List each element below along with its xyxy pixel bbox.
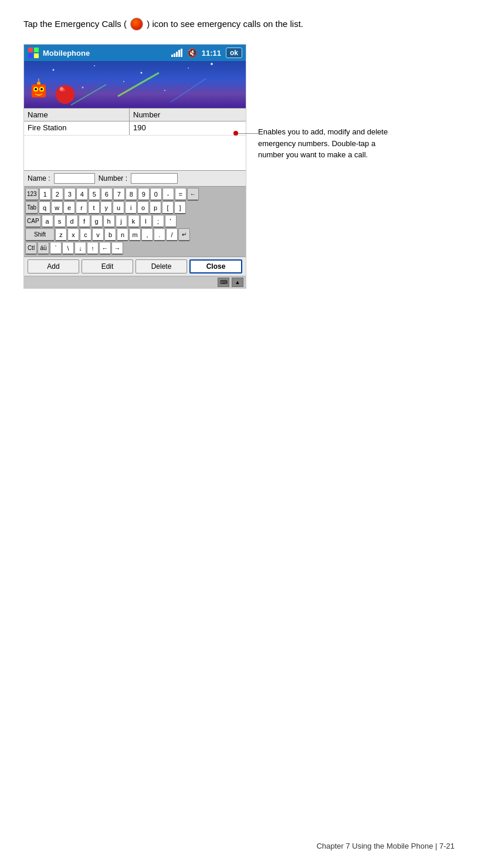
svg-point-9 — [123, 81, 124, 82]
key-arrow-right[interactable]: → — [111, 242, 123, 255]
key-open-bracket[interactable]: [ — [162, 201, 174, 214]
key-o[interactable]: o — [137, 201, 149, 214]
keyboard-row-2: Tab q w e r t y u i o p [ ] — [25, 201, 245, 214]
keyboard-toggle-icon[interactable]: ⌨ — [218, 278, 229, 287]
key-9[interactable]: 9 — [138, 188, 150, 201]
key-cap[interactable]: CAP — [25, 215, 41, 228]
annotation-connector-line — [238, 133, 259, 134]
key-123[interactable]: 123 — [25, 188, 39, 201]
taskbar-arrow-icon[interactable]: ▲ — [232, 278, 243, 287]
intro-text-before: Tap the Emergency Calls ( — [23, 19, 127, 29]
key-u[interactable]: u — [113, 201, 124, 214]
key-arrow-up[interactable]: ↑ — [87, 242, 99, 255]
title-bar-right: 🔇 11:11 ok — [171, 48, 242, 58]
annotation-line-container: Enables you to add, modify and delete em… — [246, 126, 455, 161]
svg-line-12 — [118, 73, 159, 96]
key-comma[interactable]: , — [141, 228, 153, 241]
svg-point-10 — [82, 87, 84, 89]
key-close-bracket[interactable]: ] — [174, 201, 186, 214]
edit-button[interactable]: Edit — [82, 259, 133, 273]
key-8[interactable]: 8 — [126, 188, 137, 201]
key-intl[interactable]: áü — [38, 242, 49, 255]
key-e[interactable]: e — [63, 201, 75, 214]
key-x[interactable]: x — [67, 228, 79, 241]
key-m[interactable]: m — [129, 228, 141, 241]
key-z[interactable]: z — [55, 228, 67, 241]
keyboard-row-3: CAP a s d f g h j k l ; ' — [25, 215, 245, 228]
ok-button[interactable]: ok — [226, 48, 242, 58]
key-c[interactable]: c — [80, 228, 91, 241]
key-backtick[interactable]: ` — [50, 242, 62, 255]
key-backspace[interactable]: ← — [187, 188, 199, 201]
key-arrow-left[interactable]: ← — [99, 242, 111, 255]
time-display: 11:11 — [202, 49, 221, 58]
key-minus[interactable]: - — [162, 188, 174, 201]
footer-text: Chapter 7 Using the Mobile Phone | 7-21 — [317, 842, 455, 850]
form-area: Name : Number : — [24, 171, 246, 187]
name-label: Name : — [28, 174, 50, 183]
key-7[interactable]: 7 — [113, 188, 125, 201]
key-q[interactable]: q — [39, 201, 50, 214]
key-h[interactable]: h — [103, 215, 115, 228]
intro-text-after: ) icon to see emergency calls on the lis… — [147, 19, 303, 29]
key-p[interactable]: p — [150, 201, 161, 214]
name-input[interactable] — [54, 173, 95, 184]
key-tab[interactable]: Tab — [25, 201, 38, 214]
svg-rect-1 — [34, 48, 39, 52]
svg-rect-3 — [34, 53, 39, 58]
svg-point-11 — [164, 90, 165, 91]
key-j[interactable]: j — [116, 215, 127, 228]
keyboard-row-4: Shift z x c v b n m , . / ↵ — [25, 228, 245, 241]
add-button[interactable]: Add — [28, 259, 79, 273]
key-backslash[interactable]: \ — [62, 242, 74, 255]
speaker-icon: 🔇 — [187, 48, 197, 58]
bottom-action-buttons: Add Edit Delete Close — [24, 256, 246, 276]
key-enter[interactable]: ↵ — [178, 228, 190, 241]
key-1[interactable]: 1 — [39, 188, 51, 201]
key-semicolon[interactable]: ; — [152, 215, 164, 228]
wallpaper-characters — [27, 79, 76, 105]
svg-point-6 — [141, 72, 143, 74]
key-shift[interactable]: Shift — [25, 228, 55, 241]
number-input[interactable] — [131, 173, 178, 184]
key-f[interactable]: f — [79, 215, 90, 228]
key-s[interactable]: s — [54, 215, 66, 228]
key-k[interactable]: k — [128, 215, 140, 228]
svg-rect-2 — [28, 53, 33, 58]
character-red-ball — [55, 82, 76, 105]
key-a[interactable]: a — [42, 215, 53, 228]
key-b[interactable]: b — [104, 228, 116, 241]
key-ctl[interactable]: Ctl — [25, 242, 37, 255]
key-slash[interactable]: / — [166, 228, 178, 241]
key-w[interactable]: w — [51, 201, 63, 214]
key-n[interactable]: n — [117, 228, 128, 241]
key-r[interactable]: r — [76, 201, 87, 214]
key-3[interactable]: 3 — [64, 188, 76, 201]
page-container: Tap the Emergency Calls ( ) icon to see … — [0, 0, 478, 868]
key-y[interactable]: y — [100, 201, 112, 214]
close-button[interactable]: Close — [189, 259, 242, 273]
key-2[interactable]: 2 — [52, 188, 63, 201]
table-empty-area — [24, 136, 246, 171]
wallpaper — [24, 61, 246, 108]
key-v[interactable]: v — [92, 228, 104, 241]
key-period[interactable]: . — [154, 228, 165, 241]
key-0[interactable]: 0 — [150, 188, 162, 201]
phone-screenshot: Mobilephone 🔇 11:11 — [23, 44, 246, 289]
key-6[interactable]: 6 — [101, 188, 113, 201]
key-4[interactable]: 4 — [76, 188, 88, 201]
key-d[interactable]: d — [66, 215, 78, 228]
key-g[interactable]: g — [91, 215, 103, 228]
key-5[interactable]: 5 — [89, 188, 100, 201]
table-row[interactable]: Fire Station 190 — [24, 121, 246, 136]
key-t[interactable]: t — [88, 201, 100, 214]
annotation-text: Enables you to add, modify and delete em… — [258, 126, 399, 161]
delete-button[interactable]: Delete — [135, 259, 187, 273]
key-i[interactable]: i — [125, 201, 137, 214]
svg-line-13 — [71, 85, 106, 105]
key-equals[interactable]: = — [175, 188, 187, 201]
key-arrow-down[interactable]: ↓ — [74, 242, 86, 255]
key-l[interactable]: l — [140, 215, 152, 228]
key-apostrophe[interactable]: ' — [165, 215, 177, 228]
title-bar: Mobilephone 🔇 11:11 — [24, 45, 246, 61]
